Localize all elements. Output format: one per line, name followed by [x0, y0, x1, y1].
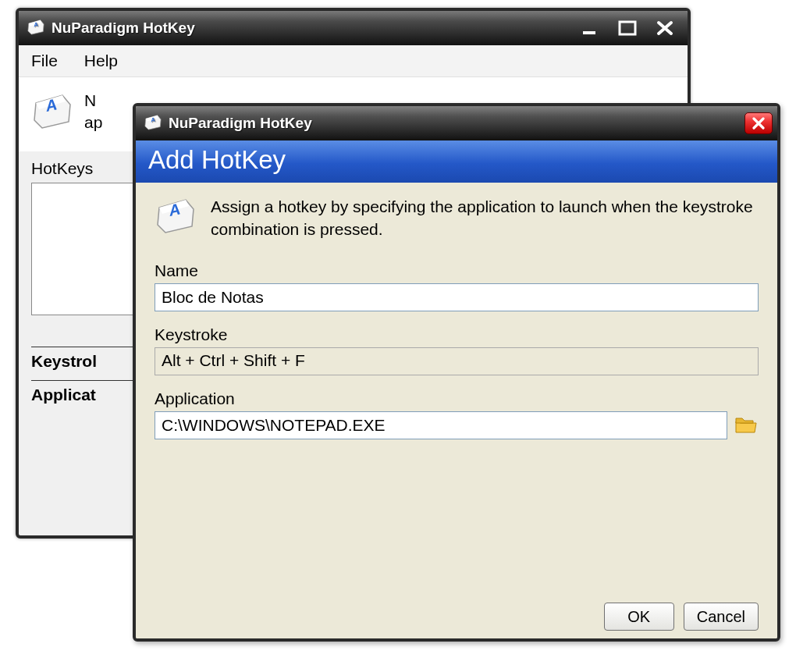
app-icon: A: [144, 113, 162, 134]
dialog-header-text: Add HotKey: [148, 145, 286, 174]
svg-rect-2: [620, 22, 635, 34]
dialog-close-button[interactable]: [744, 112, 773, 134]
desc-line-1: N: [84, 90, 102, 112]
main-description: N ap: [84, 90, 102, 134]
keystroke-field[interactable]: Alt + Ctrl + Shift + F: [155, 347, 759, 375]
add-hotkey-dialog: A NuParadigm HotKey Add HotKey A Assign …: [133, 103, 780, 642]
keycap-icon: A: [155, 195, 197, 237]
dialog-title: NuParadigm HotKey: [169, 115, 312, 132]
close-button[interactable]: [649, 17, 681, 39]
main-titlebar[interactable]: A NuParadigm HotKey: [19, 11, 688, 45]
app-icon: A: [27, 18, 45, 39]
maximize-button[interactable]: [611, 17, 644, 39]
browse-folder-icon[interactable]: [734, 414, 759, 437]
svg-rect-1: [583, 31, 595, 34]
dialog-header: Add HotKey: [136, 140, 777, 183]
desc-line-2: ap: [84, 112, 102, 133]
name-label: Name: [155, 261, 759, 280]
dialog-description: Assign a hotkey by specifying the applic…: [211, 195, 759, 241]
menubar: File Help: [19, 45, 688, 77]
cancel-button[interactable]: Cancel: [684, 603, 759, 631]
minimize-button[interactable]: [574, 17, 606, 39]
keystroke-label: Keystroke: [155, 325, 759, 344]
keycap-icon: A: [31, 91, 73, 133]
dialog-titlebar[interactable]: A NuParadigm HotKey: [136, 106, 777, 140]
name-input[interactable]: [155, 283, 759, 311]
main-title: NuParadigm HotKey: [52, 20, 195, 37]
application-label: Application: [155, 389, 759, 408]
menu-file[interactable]: File: [27, 48, 62, 73]
menu-help[interactable]: Help: [80, 48, 123, 73]
application-input[interactable]: [155, 411, 727, 439]
ok-button[interactable]: OK: [604, 603, 674, 631]
